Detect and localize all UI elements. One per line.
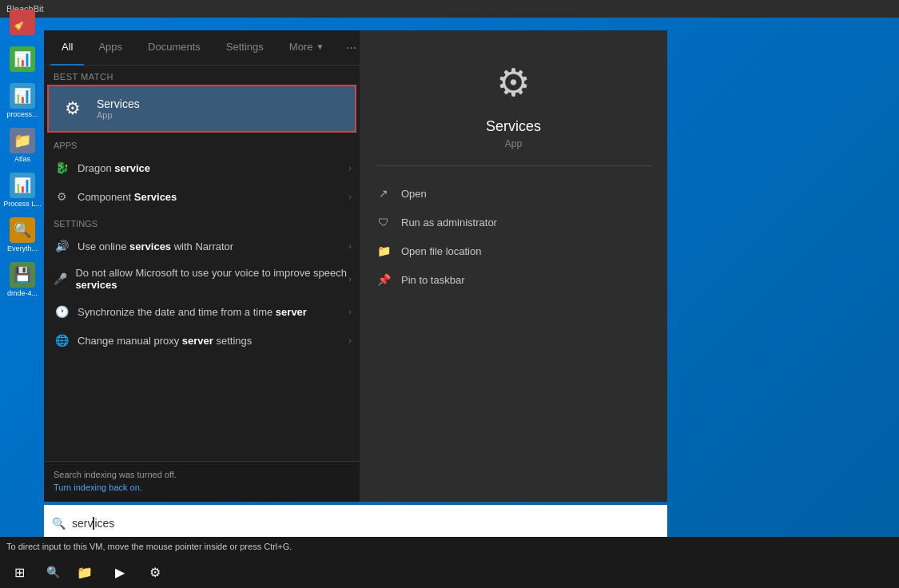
notice-text: Search indexing was turned off. xyxy=(54,470,350,479)
file-explorer-icon: 📁 xyxy=(77,565,93,580)
speech-chevron-icon: › xyxy=(348,274,352,284)
settings-section-label: Settings xyxy=(44,211,360,232)
speech-label: Do not allow Microsoft to use your voice… xyxy=(75,267,350,291)
desktop-icon-everything[interactable]: 🔍 Everyth... xyxy=(0,214,45,256)
narrator-chevron-icon: › xyxy=(348,241,352,251)
start-button[interactable]: ⊞ xyxy=(0,556,38,588)
process-label: process... xyxy=(6,110,38,118)
action-open-file-location[interactable]: 📁 Open file location xyxy=(360,236,667,265)
action-open[interactable]: ↗ Open xyxy=(360,179,667,208)
search-input-rest: ices xyxy=(94,517,114,530)
desktop-icons: 🧹 📊 📊 process... 📁 Atlas 📊 Process L... … xyxy=(0,0,48,588)
component-services-label: Component Services xyxy=(78,191,177,203)
best-match-label: Best match xyxy=(44,66,360,85)
component-services-icon: ⚙ xyxy=(54,189,70,205)
time-sync-icon: 🕐 xyxy=(54,304,70,320)
dmde-icon: 💾 xyxy=(10,262,35,288)
dragon-label: Dragon service xyxy=(78,162,150,174)
pin-taskbar-label: Pin to taskbar xyxy=(401,274,465,286)
tab-apps[interactable]: Apps xyxy=(87,30,133,66)
narrator-label: Use online services with Narrator xyxy=(78,240,233,252)
taskbar-terminal[interactable]: ▶ xyxy=(102,556,137,588)
right-app-title: Services xyxy=(486,118,541,135)
list-item-component-services[interactable]: ⚙ Component Services › xyxy=(44,182,360,211)
search-left-panel: All Apps Documents Settings More ▼ ··· ✕ xyxy=(44,30,360,502)
speech-icon: 🎤 xyxy=(54,271,67,287)
desktop-icon-dmde[interactable]: 💾 dmde-4... xyxy=(0,259,45,300)
start-icon: ⊞ xyxy=(14,565,25,580)
list-item-dragon[interactable]: 🐉 Dragon service › xyxy=(44,153,360,182)
narrator-icon: 🔊 xyxy=(54,238,70,254)
search-tabs: All Apps Documents Settings More ▼ ··· ✕ xyxy=(44,30,360,66)
search-box-icon: 🔍 xyxy=(52,517,66,530)
desktop-icon-2[interactable]: 📊 xyxy=(0,43,45,77)
desktop-icon-process2[interactable]: 📊 Process L... xyxy=(0,169,45,211)
taskbar-settings[interactable]: ⚙ xyxy=(137,556,173,588)
right-app-type: App xyxy=(505,138,522,149)
search-input-value: serv xyxy=(72,517,93,530)
pin-taskbar-icon: 📌 xyxy=(376,272,392,288)
everything-icon: 🔍 xyxy=(10,217,35,243)
proxy-icon: 🌐 xyxy=(54,332,70,348)
desktop: BleachBit 🧹 📊 📊 process... 📁 Atlas 📊 Pro… xyxy=(0,0,899,588)
run-admin-icon: 🛡 xyxy=(376,214,392,230)
best-match-subtitle: App xyxy=(97,110,140,120)
more-chevron-icon: ▼ xyxy=(316,42,324,51)
action-pin-taskbar[interactable]: 📌 Pin to taskbar xyxy=(360,265,667,294)
atlas-label: Atlas xyxy=(14,155,30,163)
search-right-panel: ⚙ Services App ↗ Open 🛡 Run as administr… xyxy=(360,30,667,502)
process2-label: Process L... xyxy=(3,200,42,208)
atlas-icon: 📁 xyxy=(10,128,35,153)
list-item-speech[interactable]: 🎤 Do not allow Microsoft to use your voi… xyxy=(44,260,360,297)
time-sync-label: Synchronize the date and time from a tim… xyxy=(78,306,307,318)
bleachbit-icon: 🧹 xyxy=(10,10,35,35)
dragon-chevron-icon: › xyxy=(348,163,352,173)
tab-more[interactable]: More ▼ xyxy=(278,30,336,66)
desktop-icon-process[interactable]: 📊 process... xyxy=(0,80,45,121)
tab-documents[interactable]: Documents xyxy=(137,30,212,66)
component-services-chevron-icon: › xyxy=(348,192,352,201)
action-run-as-admin[interactable]: 🛡 Run as administrator xyxy=(360,208,667,236)
proxy-label: Change manual proxy server settings xyxy=(78,335,252,347)
desktop-icon-atlas[interactable]: 📁 Atlas xyxy=(0,125,45,166)
list-item-time-sync[interactable]: 🕐 Synchronize the date and time from a t… xyxy=(44,297,360,326)
right-divider xyxy=(375,165,652,166)
best-match-title: Services xyxy=(97,97,140,110)
best-match-info: Services App xyxy=(97,97,140,120)
process2-icon: 📊 xyxy=(10,173,35,198)
terminal-icon: ▶ xyxy=(115,565,125,580)
proxy-chevron-icon: › xyxy=(348,336,352,345)
run-admin-label: Run as administrator xyxy=(401,217,497,228)
taskbar-search-button[interactable]: 🔍 xyxy=(38,556,67,588)
taskbar-file-explorer[interactable]: 📁 xyxy=(67,556,102,588)
open-icon: ↗ xyxy=(376,185,392,201)
apps-section-label: Apps xyxy=(44,133,360,153)
green-icon: 📊 xyxy=(10,46,35,72)
search-window: All Apps Documents Settings More ▼ ··· ✕ xyxy=(44,30,667,542)
tab-settings[interactable]: Settings xyxy=(215,30,275,66)
dmde-label: dmde-4... xyxy=(7,289,38,297)
list-item-proxy[interactable]: 🌐 Change manual proxy server settings › xyxy=(44,326,360,355)
process-icon: 📊 xyxy=(10,83,35,109)
taskbar: ⊞ 🔍 📁 ▶ ⚙ xyxy=(0,556,899,588)
best-match-item[interactable]: ⚙ Services App xyxy=(47,85,356,133)
list-item-narrator[interactable]: 🔊 Use online services with Narrator › xyxy=(44,232,360,260)
status-bar: To direct input to this VM, move the mou… xyxy=(0,537,899,556)
right-app-gear-icon: ⚙ xyxy=(486,54,542,110)
open-label: Open xyxy=(401,188,427,200)
search-input-area[interactable]: serv ices xyxy=(72,517,659,530)
taskbar-settings-icon: ⚙ xyxy=(149,565,161,580)
turn-indexing-link[interactable]: Turn indexing back on. xyxy=(54,483,142,492)
bleachbit-titlebar: BleachBit xyxy=(0,0,899,18)
status-bar-text: To direct input to this VM, move the mou… xyxy=(6,542,292,551)
search-notice: Search indexing was turned off. Turn ind… xyxy=(44,461,360,502)
time-sync-chevron-icon: › xyxy=(348,307,352,316)
desktop-icon-bleachbit[interactable]: 🧹 xyxy=(0,6,45,40)
dragon-icon: 🐉 xyxy=(54,160,70,176)
file-location-label: Open file location xyxy=(401,245,481,257)
file-location-icon: 📁 xyxy=(376,243,392,259)
services-gear-icon: ⚙ xyxy=(58,94,87,123)
tab-all[interactable]: All xyxy=(50,30,84,66)
everything-label: Everyth... xyxy=(7,244,38,252)
taskbar-search-icon: 🔍 xyxy=(46,566,60,578)
